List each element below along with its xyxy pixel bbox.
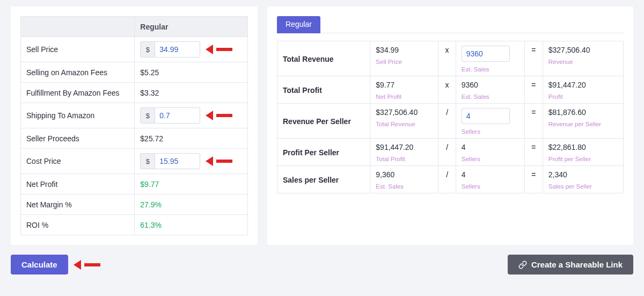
currency-prefix-icon: $ (140, 107, 155, 124)
row-value-net-margin: 27.9% (135, 194, 248, 215)
input-group-cost-price: $ (140, 153, 242, 169)
calc-op-total-revenue: x (438, 41, 456, 76)
tab-bar: Regular (277, 16, 624, 33)
sell-price-input[interactable] (155, 41, 200, 57)
sellers-input[interactable] (462, 108, 510, 124)
calc-label-total-revenue: Total Revenue (277, 41, 370, 76)
calc-op-revenue-per-seller: / (438, 104, 456, 139)
row-label-roi: ROI % (21, 215, 135, 235)
calc-label-sales-per-seller: Sales per Seller (277, 166, 370, 193)
cost-breakdown-card: Regular Sell Price $ Selling on Amazon F… (11, 6, 258, 245)
calc-a-total-profit: $9.77 (376, 81, 394, 89)
calc-a-sub-profit-per-seller: Total Profit (376, 156, 433, 162)
input-group-sell-price: $ (140, 41, 242, 57)
header-empty (21, 17, 135, 37)
calc-op-sales-per-seller: / (438, 166, 456, 193)
calc-c-sub-total-profit: Profit (548, 93, 618, 100)
header-regular: Regular (135, 17, 248, 37)
cost-breakdown-table: Regular Sell Price $ Selling on Amazon F… (20, 16, 248, 235)
calc-eq-profit-per-seller: = (525, 139, 543, 166)
calc-b-sub-revenue-per-seller: Sellers (462, 128, 519, 135)
calc-a-sub-total-revenue: Sell Price (376, 59, 433, 65)
row-label-shipping: Shipping To Amazon (21, 103, 135, 128)
tab-regular[interactable]: Regular (277, 16, 320, 33)
calc-b-profit-per-seller: 4 (462, 143, 466, 151)
calc-eq-sales-per-seller: = (525, 166, 543, 193)
row-value-proceeds: $25.72 (135, 128, 248, 149)
row-label-cost-price: Cost Price (21, 149, 135, 174)
share-link-button-label: Create a Shareable Link (531, 260, 623, 269)
calculate-button-label: Calculate (21, 260, 57, 269)
annotation-arrow-icon (211, 157, 232, 165)
calc-c-total-revenue: $327,506.40 (548, 46, 590, 54)
row-label-amazon-fees: Selling on Amazon Fees (21, 62, 135, 83)
row-label-fba-fees: Fulfillment By Amazon Fees (21, 83, 135, 103)
calculation-card: Regular Total Revenue $34.99 Sell Price … (267, 6, 633, 245)
calc-c-sub-sales-per-seller: Sales per Seller (548, 183, 618, 190)
calc-a-sales-per-seller: 9,360 (376, 170, 394, 179)
share-link-button[interactable]: Create a Shareable Link (508, 255, 633, 275)
calc-eq-total-profit: = (525, 76, 543, 104)
calc-op-total-profit: x (438, 76, 456, 104)
calc-b-total-profit: 9360 (462, 81, 478, 89)
row-label-proceeds: Seller Proceeds (21, 128, 135, 149)
calc-eq-total-revenue: = (525, 41, 543, 76)
link-icon (518, 261, 527, 269)
calc-c-sales-per-seller: 2,340 (548, 170, 567, 179)
cost-price-input[interactable] (155, 153, 200, 169)
calc-label-profit-per-seller: Profit Per Seller (277, 139, 370, 166)
annotation-arrow-icon (79, 261, 100, 269)
row-label-net-margin: Net Margin % (21, 194, 135, 215)
est-sales-input[interactable] (462, 46, 510, 62)
row-value-net-profit: $9.77 (135, 174, 248, 194)
row-label-sell-price: Sell Price (21, 37, 135, 62)
calc-b-sub-sales-per-seller: Sellers (462, 183, 519, 190)
calc-c-revenue-per-seller: $81,876.60 (548, 108, 586, 117)
calc-eq-revenue-per-seller: = (525, 104, 543, 139)
calc-b-sub-profit-per-seller: Sellers (462, 156, 519, 162)
calc-a-profit-per-seller: $91,447.20 (376, 143, 413, 151)
calc-c-profit-per-seller: $22,861.80 (548, 143, 586, 151)
calc-c-sub-profit-per-seller: Profit per Seller (548, 156, 618, 162)
row-label-net-profit: Net Profit (21, 174, 135, 194)
row-value-amazon-fees: $5.25 (135, 62, 248, 83)
calc-b-sales-per-seller: 4 (462, 170, 466, 179)
calculate-button[interactable]: Calculate (11, 255, 68, 275)
calc-a-sub-sales-per-seller: Est. Sales (376, 183, 433, 190)
calc-a-revenue-per-seller: $327,506.40 (376, 108, 418, 117)
calc-a-total-revenue: $34.99 (376, 46, 399, 54)
input-group-shipping: $ (140, 107, 242, 124)
currency-prefix-icon: $ (140, 41, 155, 57)
calc-c-total-profit: $91,447.20 (548, 81, 586, 89)
calc-b-sub-total-revenue: Est. Sales (462, 66, 519, 73)
calc-a-sub-total-profit: Net Profit (376, 93, 433, 100)
calc-c-sub-revenue-per-seller: Revenue per Seller (548, 121, 618, 127)
annotation-arrow-icon (211, 46, 232, 53)
calc-a-sub-revenue-per-seller: Total Revenue (376, 121, 433, 127)
annotation-arrow-icon (211, 112, 232, 119)
calc-b-sub-total-profit: Est. Sales (462, 93, 519, 100)
currency-prefix-icon: $ (140, 153, 155, 169)
calc-c-sub-total-revenue: Revenue (548, 59, 618, 65)
row-value-roi: 61.3% (135, 215, 248, 235)
calc-label-total-profit: Total Profit (277, 76, 370, 104)
calculation-table: Total Revenue $34.99 Sell Price x Est. S… (277, 41, 624, 193)
calc-op-profit-per-seller: / (438, 139, 456, 166)
row-value-fba-fees: $3.32 (135, 83, 248, 103)
shipping-input[interactable] (155, 107, 200, 124)
calc-label-revenue-per-seller: Revenue Per Seller (277, 104, 370, 139)
